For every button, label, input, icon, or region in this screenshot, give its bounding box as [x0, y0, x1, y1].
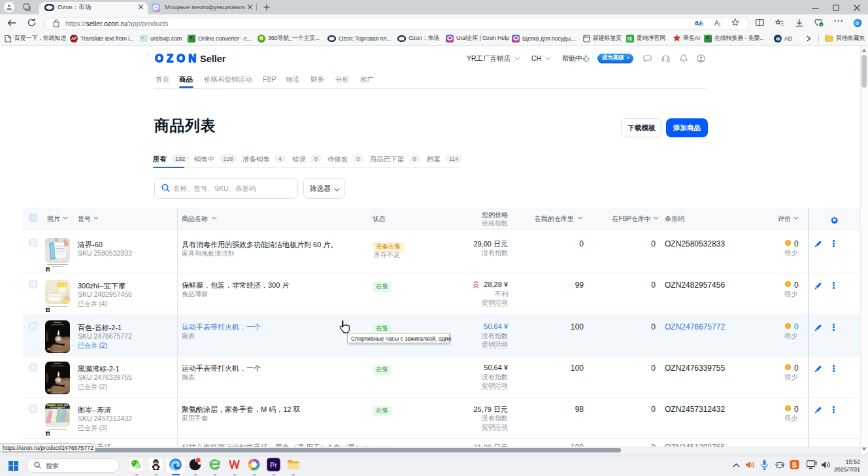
- svg-text:Seller: Seller: [200, 54, 226, 64]
- svg-text:Pr: Pr: [270, 462, 277, 469]
- svg-text:OZON: OZON: [155, 53, 199, 64]
- svg-text:S: S: [792, 461, 797, 469]
